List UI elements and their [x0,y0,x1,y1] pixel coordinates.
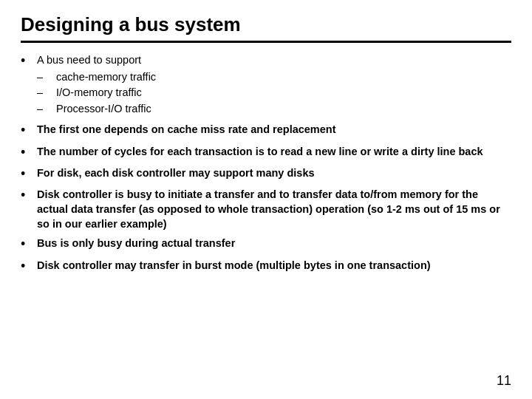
subitem-1-1: cache-memory traffic [56,70,156,85]
sub-dash: – [37,70,53,85]
item-2-text: The first one depends on cache miss rate… [37,123,336,135]
bullet-icon: • [21,122,34,139]
sub-list-item: – Processor-I/O traffic [37,102,511,117]
list-item: • A bus need to support – cache-memory t… [21,53,511,117]
list-item: • The first one depends on cache miss ra… [21,123,511,139]
bullet-icon: • [21,236,34,253]
subitem-1-2: I/O-memory traffic [56,86,142,100]
sub-list-item: – I/O-memory traffic [37,86,511,100]
content-list: • A bus need to support – cache-memory t… [21,53,511,275]
slide-container: Designing a bus system • A bus need to s… [0,0,532,399]
list-item: • For disk, each disk controller may sup… [21,166,511,183]
item-3-text: The number of cycles for each transactio… [37,146,483,157]
item-5-text: Disk controller is busy to initiate a tr… [37,188,500,229]
item-4-text: For disk, each disk controller may suppo… [37,167,315,179]
item-6-text: Bus is only busy during actual transfer [37,237,235,249]
bullet-icon: • [21,144,34,161]
list-item: • The number of cycles for each transact… [21,145,511,161]
item-7-text: Disk controller may transfer in burst mo… [37,259,431,271]
subitem-1-3: Processor-I/O traffic [56,102,151,117]
list-item: • Disk controller may transfer in burst … [21,259,511,275]
list-item: • Disk controller is busy to initiate a … [21,188,511,231]
sub-list-item: – cache-memory traffic [37,70,511,85]
bullet-icon: • [21,166,34,183]
bullet-icon: • [21,187,34,204]
bullet-icon: • [21,258,34,275]
sub-dash: – [37,86,53,100]
sub-dash: – [37,102,53,117]
bullet-icon: • [21,52,34,69]
item-1-text: A bus need to support [37,54,141,66]
title-divider [21,41,511,43]
list-item: • Bus is only busy during actual transfe… [21,236,511,253]
page-number: 11 [497,373,511,389]
sub-list: – cache-memory traffic – I/O-memory traf… [37,70,511,117]
slide-title: Designing a bus system [21,13,511,36]
